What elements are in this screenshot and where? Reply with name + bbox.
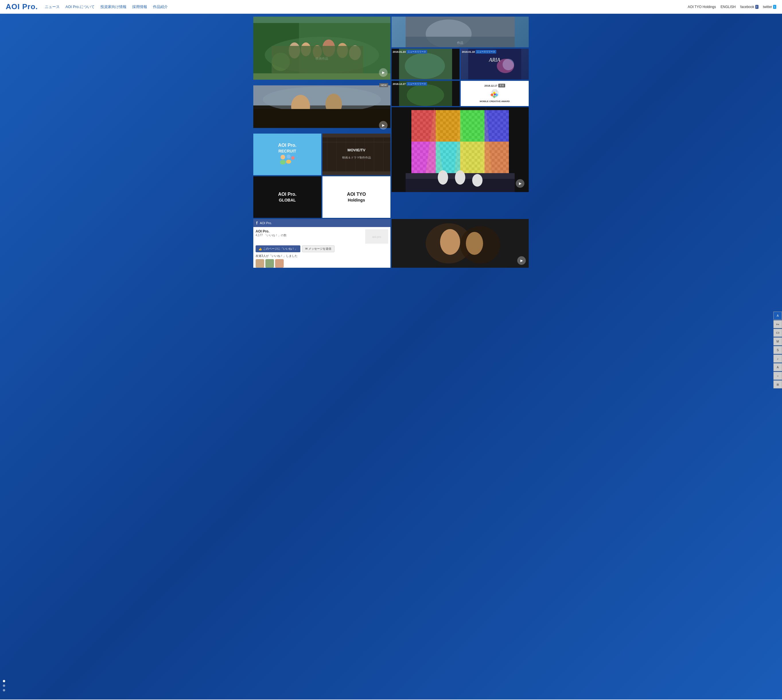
- facebook-widget: f AOI Pro. AOI Pro. 4,177 「いいね！」の数 aoi-p…: [253, 219, 391, 268]
- holdings-tile[interactable]: AOI TYO Holdings: [322, 176, 391, 218]
- news-date-1: 2019.01.23: [393, 50, 406, 53]
- mobile-award-tile[interactable]: 2018.12.17 受賞 MOBILE CREATIVE AWARD: [461, 81, 529, 106]
- main-content: 映画作品 ▶ 作品 2019.01.23: [0, 14, 782, 700]
- fb-likes-count: 4,177 「いいね！」の数: [256, 233, 287, 237]
- side-btn-s[interactable]: S: [774, 346, 782, 354]
- fb-message-button[interactable]: ✉ メッセージを送信: [302, 245, 334, 252]
- side-btn-c3[interactable]: C3: [774, 329, 782, 337]
- main-nav: ニュース AOI Pro.について 投資家向け情報 採用情報 作品紹介: [45, 4, 168, 10]
- fb-message-icon: ✉: [305, 247, 307, 250]
- side-btn-a[interactable]: A: [774, 312, 782, 320]
- svg-text:作品: 作品: [457, 41, 463, 45]
- fb-avatar-2: [266, 259, 274, 268]
- nav-item-investors[interactable]: 投資家向け情報: [100, 4, 127, 10]
- recruit-tile[interactable]: AOI Pro. RECRUIT: [253, 133, 321, 175]
- news-date-3: 2018.12.27: [393, 83, 406, 85]
- svg-point-42: [280, 160, 286, 165]
- svg-point-43: [286, 160, 291, 164]
- news-badge-4: 受賞: [498, 84, 505, 87]
- facebook-link[interactable]: facebook f: [740, 5, 758, 9]
- award-text: MOBILE CREATIVE AWARD: [480, 100, 510, 103]
- hero-right-svg: 作品: [391, 17, 529, 47]
- dot-navigation: [3, 680, 5, 692]
- news-item-2[interactable]: ARIA 2019.01.18 ニュースリリース: [461, 49, 529, 79]
- grid-small-row2: AOI Pro. GLOBAL AOI TYO Holdings: [253, 176, 391, 218]
- news-date-badge-1: 2019.01.23 ニュースリリース: [393, 50, 427, 53]
- dot-1[interactable]: [3, 680, 5, 682]
- svg-point-73: [472, 174, 483, 187]
- nav-item-recruit[interactable]: 採用情報: [132, 4, 147, 10]
- svg-text:映画作品: 映画作品: [316, 57, 328, 60]
- news-badge-2: ニュースリリース: [476, 50, 496, 53]
- fb-like-button[interactable]: 👍 このページに「いいね！」: [256, 245, 300, 252]
- fb-friend-text: 友達3人が「いいね！」しました: [256, 254, 388, 258]
- fb-logo-icon: f: [256, 221, 257, 225]
- logo[interactable]: AOI Pro.: [6, 2, 38, 11]
- hero-right-image[interactable]: 作品: [391, 17, 529, 47]
- hero-second-image[interactable]: NEW ▶: [253, 81, 391, 132]
- nav-item-about[interactable]: AOI Pro.について: [65, 4, 95, 10]
- header: AOI Pro. ニュース AOI Pro.について 投資家向け情報 採用情報 …: [0, 0, 782, 14]
- svg-point-21: [503, 59, 514, 70]
- news-date-2: 2019.01.18: [462, 50, 475, 53]
- new-badge: NEW: [379, 83, 388, 87]
- video-tile-main[interactable]: ▶: [391, 107, 529, 192]
- side-btn-circle[interactable]: ○: [774, 372, 782, 380]
- movie-tile[interactable]: MOVIE/TV 映画＆ドラマ制作作品: [322, 133, 391, 175]
- car-scene-svg: [253, 81, 391, 132]
- video-2-svg: [391, 219, 529, 268]
- aoi-tyo-link[interactable]: AOI TYO Holdings: [688, 5, 716, 9]
- global-text: AOI Pro. GLOBAL: [278, 191, 296, 203]
- side-btn-music[interactable]: ♪: [774, 355, 782, 363]
- play-button-4[interactable]: ▶: [517, 256, 526, 265]
- fb-avatar-1: [256, 259, 264, 268]
- nav-item-news[interactable]: ニュース: [45, 4, 60, 10]
- video-svg: [391, 107, 529, 192]
- video-tile-bottom[interactable]: ▶: [391, 219, 529, 268]
- movie-bg-svg: MOVIE/TV 映画＆ドラマ制作作品: [322, 133, 391, 175]
- hero-main-image[interactable]: 映画作品 ▶: [253, 17, 391, 80]
- svg-point-17: [405, 53, 445, 79]
- play-button-3[interactable]: ▶: [516, 179, 525, 188]
- fb-page-name: AOI Pro.: [256, 229, 287, 233]
- news-row-1: 2019.01.23 ニュースリリース ARIA 2019.01.18 ニュース: [391, 49, 529, 79]
- dot-3[interactable]: [3, 689, 5, 692]
- twitter-icon: t: [773, 5, 776, 9]
- fb-avatars: [256, 259, 388, 268]
- fb-like-icon: 👍: [259, 247, 262, 250]
- holdings-text: AOI TYO Holdings: [347, 191, 366, 203]
- news-item-1[interactable]: 2019.01.23 ニュースリリース: [391, 49, 460, 79]
- play-button[interactable]: ▶: [379, 68, 388, 77]
- news-row-2: 2018.12.27 ニュースリリース 2018.12.17 受賞: [391, 81, 529, 106]
- hero-svg: 映画作品: [253, 17, 391, 80]
- news-badge-1: ニュースリリース: [406, 50, 427, 53]
- play-button-2[interactable]: ▶: [379, 121, 388, 130]
- fb-content: AOI Pro. 4,177 「いいね！」の数 aoi-pro 👍: [253, 227, 391, 268]
- facebook-icon: f: [755, 5, 759, 9]
- side-btn-grid[interactable]: ⊞: [774, 380, 782, 388]
- news-badge-3: ニュースリリース: [406, 82, 427, 86]
- header-left: AOI Pro. ニュース AOI Pro.について 投資家向け情報 採用情報 …: [6, 2, 168, 11]
- svg-point-30: [407, 84, 444, 106]
- side-toolbar: A the C3 M S ♪ A ○ ⊞: [774, 312, 782, 388]
- fb-header: f AOI Pro.: [253, 219, 391, 227]
- svg-point-25: [263, 87, 381, 113]
- dot-2[interactable]: [3, 685, 5, 687]
- news-item-3[interactable]: 2018.12.27 ニュースリリース: [391, 81, 460, 106]
- recruit-text: AOI Pro. RECRUIT: [278, 142, 296, 166]
- svg-text:aoi-pro: aoi-pro: [372, 235, 381, 238]
- news-date-badge-2: 2019.01.18 ニュースリリース: [462, 50, 496, 53]
- global-tile[interactable]: AOI Pro. GLOBAL: [253, 176, 321, 218]
- english-link[interactable]: ENGLISH: [720, 5, 736, 9]
- recruit-character: [279, 153, 296, 165]
- svg-text:映画＆ドラマ制作作品: 映画＆ドラマ制作作品: [342, 156, 371, 159]
- nav-item-works[interactable]: 作品紹介: [153, 4, 168, 10]
- svg-rect-28: [253, 109, 391, 128]
- side-btn-the[interactable]: the: [774, 320, 782, 328]
- side-btn-a2[interactable]: A: [774, 363, 782, 371]
- fb-preview-image: aoi-pro: [365, 229, 388, 243]
- twitter-link[interactable]: twitter t: [763, 5, 776, 9]
- side-btn-m[interactable]: M: [774, 337, 782, 345]
- grid-small-row1: AOI Pro. RECRUIT: [253, 133, 391, 175]
- news-date-badge-3: 2018.12.27 ニュースリリース: [393, 82, 427, 86]
